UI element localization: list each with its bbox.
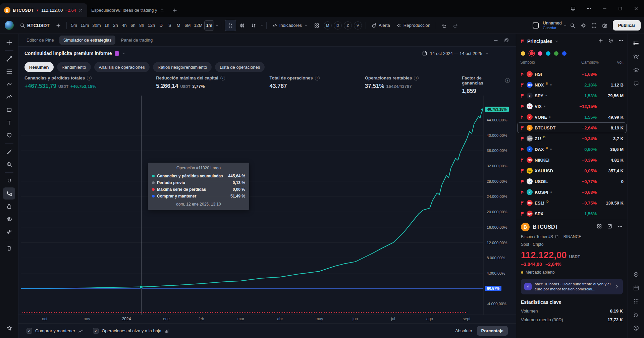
- checkbox-checked-icon[interactable]: ✓: [26, 328, 32, 334]
- rail-apps-button[interactable]: [630, 295, 642, 307]
- x-axis-label-feb[interactable]: feb: [199, 317, 204, 321]
- watchlist-row-HSI[interactable]: HHSI−1,68%: [516, 69, 628, 79]
- x-axis-label-mar[interactable]: mar: [237, 317, 245, 321]
- layout-letter-Z[interactable]: Z: [344, 21, 352, 30]
- tool-star[interactable]: [3, 322, 15, 334]
- x-axis-label-nov[interactable]: nov: [84, 317, 90, 321]
- timeframe-4h[interactable]: 4h: [120, 20, 129, 31]
- tab-panel-de-trading[interactable]: Panel de trading: [117, 36, 157, 45]
- watchlist-row-VIX[interactable]: VXVIX•−12,15%: [516, 101, 628, 112]
- tool-shapes[interactable]: [3, 104, 15, 116]
- camera-button[interactable]: [599, 20, 610, 31]
- watchlist-row-SPY[interactable]: SSPY•1,53%79,56 M: [516, 90, 628, 101]
- rail-rss-button[interactable]: [630, 309, 642, 320]
- hollow-candles-button[interactable]: [237, 20, 248, 31]
- chart-tab[interactable]: B BTCUSDT ▼ 112.122,00 −2.64: [0, 3, 87, 17]
- x-axis-label-oct[interactable]: oct: [42, 317, 47, 321]
- info-icon[interactable]: i: [414, 76, 419, 80]
- absolute-button[interactable]: Absoluto: [455, 328, 472, 333]
- x-axis-label-ago[interactable]: ago: [426, 317, 433, 321]
- tool-ruler[interactable]: [3, 146, 15, 158]
- flag-color-dot[interactable]: [538, 51, 542, 56]
- replay-button[interactable]: Reproducción: [393, 20, 433, 31]
- watchlist-donut-button[interactable]: [608, 38, 613, 45]
- checkbox-checked-icon[interactable]: ✓: [93, 328, 99, 334]
- x-axis-label-jun[interactable]: jun: [353, 317, 358, 321]
- quick-search-button[interactable]: [567, 20, 578, 31]
- timeframe-6h[interactable]: 6h: [129, 20, 138, 31]
- timeframe-8h[interactable]: 8h: [138, 20, 146, 31]
- minimize-button[interactable]: [597, 0, 612, 17]
- new-tab-button[interactable]: [170, 5, 180, 15]
- layout-letter-V[interactable]: V: [354, 21, 362, 30]
- panel-minimize-icon[interactable]: [493, 38, 498, 43]
- rail-help-button[interactable]: [630, 322, 642, 334]
- tab-editor-de-pine[interactable]: Editor de Pine: [22, 36, 58, 45]
- info-icon[interactable]: i: [87, 76, 92, 80]
- detail-symbol[interactable]: BTCUSDT: [533, 224, 558, 230]
- view-tab-lista-de-operaciones[interactable]: Lista de operaciones: [215, 62, 265, 72]
- date-range-picker[interactable]: 14 oct 2024 — 14 oct 2025: [422, 51, 510, 56]
- tool-pattern[interactable]: [3, 91, 15, 103]
- watchlist-row-XAUUSD[interactable]: AuXAUUSD−0,05%357,4 K: [516, 165, 628, 176]
- equity-chart-area[interactable]: 44.000,00%40.000,00%36.000,00%32.000,00%…: [18, 96, 516, 315]
- save-layout-widget[interactable]: Unnamed Guardar: [541, 21, 563, 30]
- info-icon[interactable]: i: [315, 76, 320, 80]
- timeframe-6M[interactable]: 6M: [183, 20, 192, 31]
- timeframe-2h[interactable]: 2h: [111, 20, 120, 31]
- chevron-down-icon[interactable]: [215, 23, 219, 27]
- publish-button[interactable]: Publicar: [613, 20, 641, 31]
- watchlist-row-VONE[interactable]: VVONE•1,55%49,99 K: [516, 112, 628, 122]
- tool-brush[interactable]: [3, 78, 15, 90]
- user-avatar[interactable]: [5, 21, 14, 30]
- tool-hide-all[interactable]: [3, 213, 15, 225]
- tool-trend-line[interactable]: [3, 53, 15, 65]
- indicators-button[interactable]: Indicadores: [269, 20, 311, 31]
- column-change[interactable]: Cambio%: [571, 60, 599, 65]
- undo-button[interactable]: [439, 20, 449, 31]
- watchlist-row-SPX[interactable]: 500SPX1,56%: [516, 208, 628, 219]
- news-card[interactable]: hace 10 horas · Dólar sube frente al yen…: [521, 279, 623, 294]
- symbol-search-button[interactable]: BTCUSDT: [17, 20, 52, 31]
- maximize-button[interactable]: [612, 0, 628, 17]
- x-axis-label-jul[interactable]: jul: [391, 317, 395, 321]
- watchlist-title-button[interactable]: Principales: [520, 39, 559, 44]
- rail-target-button[interactable]: [630, 269, 642, 280]
- tool-magnet[interactable]: [3, 175, 15, 187]
- tool-fib-retracement[interactable]: [3, 65, 15, 77]
- tool-lock-all[interactable]: [3, 200, 15, 212]
- info-icon[interactable]: i: [505, 78, 510, 83]
- view-tab-an-lisis-de-operaciones[interactable]: Análisis de operaciones: [94, 62, 150, 72]
- timeframe-12M[interactable]: 12M: [192, 20, 204, 31]
- cast-button[interactable]: [565, 0, 581, 17]
- column-symbol[interactable]: Símbolo: [520, 60, 571, 65]
- tool-crosshair[interactable]: [3, 36, 15, 48]
- more-button[interactable]: [581, 0, 597, 17]
- fullscreen-button[interactable]: [589, 20, 599, 31]
- rail-alerts-button[interactable]: [630, 51, 642, 62]
- percentage-button[interactable]: Porcentaje: [477, 326, 508, 336]
- rail-calendar-button[interactable]: [630, 282, 642, 293]
- chevron-down-icon[interactable]: [260, 23, 264, 27]
- long-short-checkbox[interactable]: ✓ Operaciones al alza y a la baja: [93, 328, 170, 334]
- flag-color-dot[interactable]: [562, 51, 567, 56]
- watchlist-plus-button[interactable]: [598, 38, 603, 45]
- view-tab-resumen[interactable]: Resumen: [24, 62, 54, 72]
- flag-color-dot[interactable]: [521, 51, 525, 56]
- tool-zoom-in[interactable]: [3, 158, 15, 170]
- flag-color-dot[interactable]: [546, 51, 550, 56]
- watchlist-row-NDX[interactable]: 100NDXD•2,18%1,12 B: [516, 79, 628, 90]
- tab-simulador-de-estrategias[interactable]: Simulador de estrategias: [59, 36, 116, 45]
- watchlist-more-button[interactable]: [618, 38, 624, 45]
- x-axis-label-may[interactable]: may: [316, 317, 323, 321]
- tool-sync-drawings[interactable]: [3, 226, 15, 238]
- layout-swatch-icon[interactable]: [533, 22, 539, 29]
- tool-emoji[interactable]: [3, 129, 15, 141]
- chevron-down-icon[interactable]: [563, 23, 567, 27]
- timeframe-5m[interactable]: 5m: [69, 20, 79, 31]
- equity-chart[interactable]: [21, 96, 483, 315]
- close-tab-icon[interactable]: [160, 8, 164, 13]
- chevron-down-icon[interactable]: [122, 51, 126, 55]
- detail-edit-button[interactable]: [607, 224, 612, 230]
- add-symbol-button[interactable]: [53, 20, 64, 31]
